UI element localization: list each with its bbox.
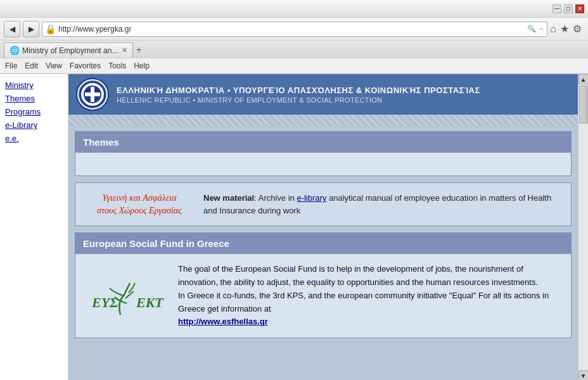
esf-heading: European Social Fund in Greece [75, 233, 571, 254]
address-security-icon: 🔒 [45, 24, 56, 34]
menu-help[interactable]: Help [134, 61, 150, 70]
nav-bar: ◀ ▶ 🔒 🔍 → ⌂ ★ ⚙ [0, 18, 588, 41]
themes-body [75, 153, 571, 175]
decorative-bar [68, 115, 578, 126]
menu-edit[interactable]: Edit [25, 61, 38, 70]
themes-heading: Themes [75, 132, 571, 153]
new-tab-button[interactable]: + [136, 44, 141, 56]
minimize-button[interactable]: ─ [553, 4, 561, 13]
address-go[interactable]: 🔍 → [527, 25, 544, 33]
sidebar-item-programs[interactable]: Programs [5, 107, 63, 117]
tab-favicon: 🌐 [10, 46, 20, 55]
site-logo [76, 78, 109, 111]
svg-text:ΕΚΤ: ΕΚΤ [136, 294, 164, 310]
active-tab[interactable]: 🌐 Ministry of Employment an... ✕ [4, 42, 133, 58]
site-header-title: ΕΛΛΗΝΙΚΉ ΔΗΜΟΚΡΑΤΊΑ • ΥΠΟΥΡΓΕΊΟ ΑΠΑΣΧΌΛΗ… [117, 86, 480, 95]
scroll-up-button[interactable]: ▲ [578, 74, 589, 84]
new-material-section: Υγιεινή και Ασφάλεια στους Χώρους Εργασί… [75, 182, 572, 226]
svg-rect-4 [85, 92, 100, 96]
material-image-line2: στους Χώρους Εργασίας [97, 206, 182, 215]
esf-logo: ΕΥΣ ΕΚΤ [86, 263, 168, 329]
scroll-down-button[interactable]: ▼ [578, 370, 589, 380]
scroll-track[interactable] [578, 84, 588, 370]
sidebar-item-ministry[interactable]: Ministry [5, 80, 63, 90]
home-button[interactable]: ⌂ [550, 23, 556, 35]
address-bar: 🔒 🔍 → [42, 22, 547, 37]
menu-file[interactable]: File [5, 61, 17, 70]
esf-website-link[interactable]: http://www.esfhellas.gr [178, 317, 268, 326]
back-button[interactable]: ◀ [4, 21, 20, 37]
forward-button[interactable]: ▶ [23, 21, 39, 37]
menu-bar: File Edit View Favorites Tools Help [0, 58, 588, 73]
sidebar: Ministry Themes Programs e-Library e.e. [0, 74, 68, 380]
scroll-thumb[interactable] [579, 86, 588, 124]
sidebar-item-ee[interactable]: e.e. [5, 134, 63, 143]
esf-section: European Social Fund in Greece [75, 232, 572, 338]
menu-favorites[interactable]: Favorites [70, 61, 101, 70]
material-colon: : Archive in [254, 193, 297, 203]
e-library-link[interactable]: e-library [297, 193, 326, 203]
content-area: Themes Υγιεινή και Ασφάλεια στους Χώρους… [68, 126, 578, 343]
favorites-button[interactable]: ★ [560, 23, 569, 35]
svg-text:ΕΥΣ: ΕΥΣ [91, 294, 118, 310]
page: Ministry Themes Programs e-Library e.e. … [0, 74, 588, 380]
esf-body: ΕΥΣ ΕΚΤ The goal of the European Social … [75, 254, 571, 338]
material-description: New material: Archive in e-library analy… [203, 192, 561, 217]
title-bar: ─ □ ✕ [0, 0, 588, 18]
site-header-subtitle: HELLENIC REPUBLIC • MINISTRY OF EMPLOYME… [117, 96, 480, 104]
scrollbar: ▲ ▼ [578, 74, 588, 380]
menu-view[interactable]: View [46, 61, 62, 70]
maximize-button[interactable]: □ [564, 4, 573, 13]
site-header-text: ΕΛΛΗΝΙΚΉ ΔΗΜΟΚΡΑΤΊΑ • ΥΠΟΥΡΓΕΊΟ ΑΠΑΣΧΌΛΗ… [117, 86, 480, 104]
settings-button[interactable]: ⚙ [573, 23, 582, 35]
site-header: ΕΛΛΗΝΙΚΉ ΔΗΜΟΚΡΑΤΊΑ • ΥΠΟΥΡΓΕΊΟ ΑΠΑΣΧΌΛΗ… [68, 74, 578, 115]
material-image-line1: Υγιεινή και Ασφάλεια [102, 193, 176, 203]
menu-tools[interactable]: Tools [108, 61, 126, 70]
go-arrow: → [537, 25, 544, 33]
close-button[interactable]: ✕ [575, 4, 584, 13]
main-content: ΕΛΛΗΝΙΚΉ ΔΗΜΟΚΡΑΤΊΑ • ΥΠΟΥΡΓΕΊΟ ΑΠΑΣΧΌΛΗ… [68, 74, 578, 380]
sidebar-item-elibrary[interactable]: e-Library [5, 120, 63, 130]
tab-close-button[interactable]: ✕ [122, 46, 127, 54]
material-image: Υγιεινή και Ασφάλεια στους Χώρους Εργασί… [86, 192, 193, 217]
themes-section: Themes [75, 131, 572, 176]
tab-label: Ministry of Employment an... [22, 46, 118, 55]
sidebar-item-themes[interactable]: Themes [5, 94, 63, 103]
material-prefix: New material [203, 193, 254, 203]
search-icon: 🔍 [527, 25, 536, 33]
tab-bar: 🌐 Ministry of Employment an... ✕ + [0, 41, 588, 58]
esf-description: The goal of the European Social Fund is … [178, 263, 561, 329]
address-input[interactable] [58, 25, 525, 34]
